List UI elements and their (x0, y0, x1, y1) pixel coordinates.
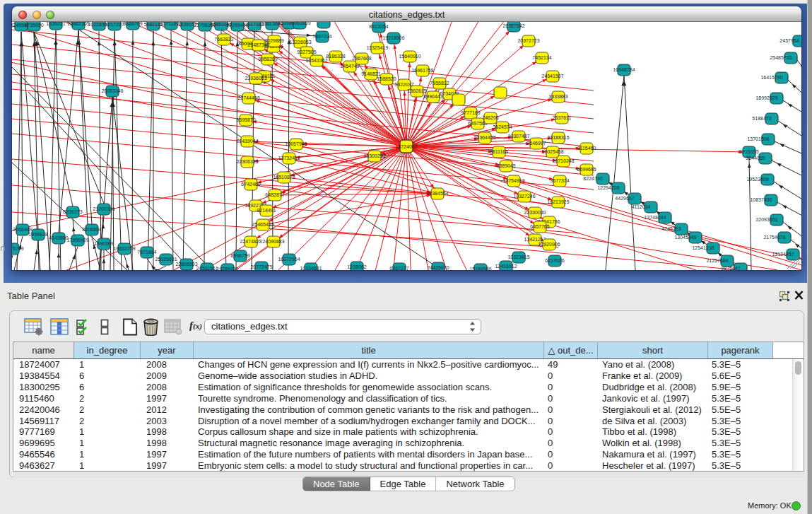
svg-text:8646997: 8646997 (526, 141, 546, 146)
svg-text:20364436: 20364436 (473, 135, 495, 140)
svg-text:8224730: 8224730 (583, 176, 602, 181)
svg-text:7671884: 7671884 (137, 250, 156, 255)
svg-text:25025631: 25025631 (155, 257, 177, 262)
svg-text:22474828: 22474828 (240, 239, 261, 244)
svg-text:1362615: 1362615 (407, 88, 426, 93)
svg-text:2066449: 2066449 (13, 227, 32, 232)
svg-text:20053346: 20053346 (101, 88, 123, 93)
svg-text:3333883: 3333883 (548, 94, 567, 99)
svg-text:4389045: 4389045 (496, 163, 515, 168)
svg-text:12416912: 12416912 (495, 264, 517, 269)
svg-text:3677374: 3677374 (550, 178, 569, 183)
svg-text:23188315: 23188315 (547, 135, 569, 140)
svg-text:22330030: 22330030 (524, 210, 546, 215)
svg-text:12294238: 12294238 (597, 185, 619, 190)
svg-text:13754919: 13754919 (502, 178, 524, 183)
svg-text:20372723: 20372723 (517, 38, 539, 43)
svg-text:3644095: 3644095 (746, 156, 765, 160)
svg-text:6457765: 6457765 (530, 224, 549, 229)
svg-text:9217207: 9217207 (105, 22, 124, 27)
svg-text:7955812: 7955812 (430, 81, 449, 86)
svg-text:16961758: 16961758 (411, 68, 433, 73)
svg-text:6699695: 6699695 (577, 167, 596, 172)
svg-text:8336273: 8336273 (63, 209, 82, 214)
svg-text:19832259: 19832259 (113, 246, 135, 251)
svg-text:4245263: 4245263 (661, 226, 681, 231)
svg-text:8489709: 8489709 (123, 22, 142, 26)
svg-text:8215955: 8215955 (739, 149, 758, 154)
svg-text:17956909: 17956909 (66, 238, 88, 243)
svg-text:9958289: 9958289 (258, 57, 277, 62)
svg-text:1999828: 1999828 (28, 232, 47, 237)
svg-text:1588520: 1588520 (377, 76, 396, 81)
svg-text:6482877: 6482877 (265, 192, 284, 197)
svg-text:20772475: 20772475 (250, 264, 272, 269)
svg-text:10543362: 10543362 (305, 58, 327, 63)
svg-text:10710248: 10710248 (552, 158, 574, 163)
svg-text:746206: 746206 (482, 115, 498, 120)
svg-text:26387642: 26387642 (502, 23, 524, 28)
svg-text:13732411: 13732411 (278, 156, 300, 160)
svg-text:9146821: 9146821 (361, 71, 380, 76)
svg-text:13134457: 13134457 (772, 252, 794, 257)
svg-text:6217026: 6217026 (545, 258, 564, 263)
svg-text:1218062: 1218062 (347, 264, 366, 269)
svg-text:12541238: 12541238 (692, 245, 714, 250)
svg-text:3395870: 3395870 (236, 117, 255, 122)
svg-text:9327505: 9327505 (297, 49, 316, 54)
svg-text:2457954: 2457954 (779, 38, 799, 43)
svg-text:21200396: 21200396 (93, 206, 114, 211)
svg-text:13226053: 13226053 (289, 40, 311, 45)
svg-text:7663822: 7663822 (214, 37, 233, 42)
svg-text:16213925: 16213925 (547, 199, 569, 204)
svg-text:9875847: 9875847 (721, 266, 740, 270)
svg-text:19285201: 19285201 (216, 267, 238, 270)
svg-text:4429607: 4429607 (615, 196, 634, 201)
svg-text:21439044: 21439044 (236, 139, 258, 144)
svg-text:21754078: 21754078 (763, 235, 785, 240)
svg-text:16072954: 16072954 (278, 257, 300, 262)
svg-text:1839221: 1839221 (46, 22, 65, 26)
svg-text:24641507: 24641507 (541, 74, 563, 78)
svg-text:18724007: 18724007 (395, 144, 417, 149)
svg-text:16415740: 16415740 (760, 75, 782, 80)
svg-text:8813054: 8813054 (369, 24, 388, 29)
svg-text:12920906: 12920906 (538, 242, 560, 247)
svg-text:10323815: 10323815 (507, 255, 529, 259)
svg-text:15076749: 15076749 (12, 246, 24, 251)
svg-text:4112034: 4112034 (632, 204, 651, 209)
svg-text:3624574: 3624574 (493, 124, 512, 129)
svg-text:5188470: 5188470 (752, 116, 771, 121)
svg-text:25465435: 25465435 (252, 222, 273, 227)
svg-text:2367608: 2367608 (352, 56, 371, 61)
svg-text:10025458: 10025458 (541, 149, 563, 154)
svg-text:8806804: 8806804 (82, 227, 101, 232)
svg-text:19384554: 19384554 (426, 191, 448, 196)
svg-text:9115460: 9115460 (577, 146, 596, 151)
svg-text:13748244: 13748244 (644, 215, 666, 220)
svg-text:6742460: 6742460 (241, 182, 260, 187)
svg-text:11325419: 11325419 (367, 45, 389, 50)
svg-text:2537611: 2537611 (553, 115, 572, 120)
svg-text:25485735: 25485735 (770, 55, 792, 60)
svg-text:24532561: 24532561 (196, 266, 218, 270)
svg-text:16510878: 16510878 (273, 175, 295, 180)
svg-text:8396759: 8396759 (230, 253, 249, 258)
svg-text:19523409: 19523409 (746, 177, 768, 182)
svg-text:24090883: 24090883 (262, 239, 284, 244)
svg-text:10334531: 10334531 (300, 266, 322, 270)
svg-text:4735650: 4735650 (24, 23, 43, 28)
svg-text:22806503: 22806503 (175, 262, 197, 267)
svg-text:18300295: 18300295 (363, 153, 385, 158)
svg-text:4143890: 4143890 (49, 235, 68, 240)
svg-text:13701506: 13701506 (747, 136, 769, 141)
svg-text:3454749: 3454749 (340, 64, 359, 69)
svg-text:22093651: 22093651 (755, 217, 777, 222)
svg-text:16053809: 16053809 (288, 22, 310, 25)
svg-text:10327246: 10327246 (513, 194, 535, 199)
svg-text:22744459: 22744459 (237, 95, 259, 100)
svg-text:23487347: 23487347 (247, 42, 269, 47)
svg-text:1890399: 1890399 (94, 241, 113, 246)
svg-text:13045349: 13045349 (674, 235, 696, 240)
svg-text:23936053: 23936053 (245, 76, 266, 81)
